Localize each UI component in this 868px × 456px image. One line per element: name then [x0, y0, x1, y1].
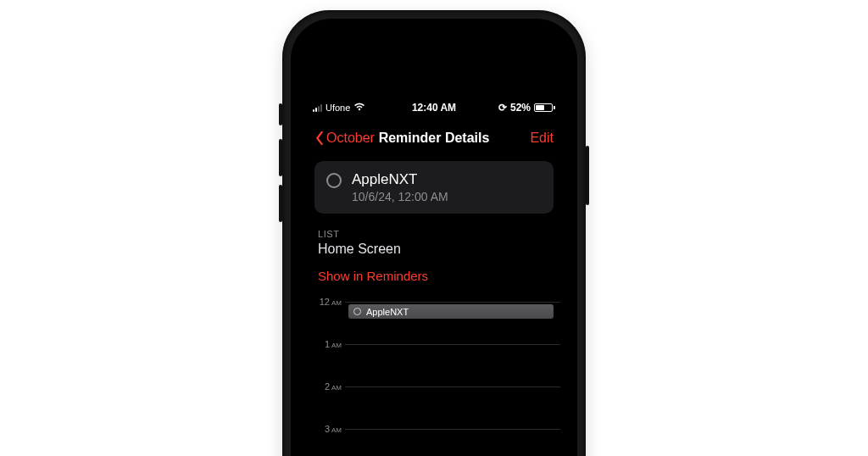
- bezel: Ufone 12:40 AM ⟳ 52%: [291, 19, 577, 456]
- list-value: Home Screen: [318, 242, 550, 257]
- hour-row-1am: 1AM: [308, 344, 560, 386]
- hour-label: 1AM: [308, 339, 342, 349]
- nav-bar: October Reminder Details Edit: [306, 117, 562, 158]
- back-button[interactable]: October: [314, 131, 375, 146]
- mute-switch: [279, 103, 282, 125]
- hour-label: 2AM: [308, 381, 342, 392]
- phone-frame: Ufone 12:40 AM ⟳ 52%: [282, 10, 586, 456]
- battery-icon: [534, 103, 555, 112]
- hour-row-12am: 12AM AppleNXT: [308, 302, 560, 344]
- hour-row-2am: 2AM: [308, 386, 560, 429]
- back-label: October: [326, 131, 375, 146]
- reminder-complete-toggle[interactable]: [326, 173, 342, 188]
- timeline[interactable]: 12AM AppleNXT 1AM 2AM: [308, 302, 560, 456]
- hour-label: 12AM: [308, 297, 342, 307]
- status-time: 12:40 AM: [306, 102, 562, 114]
- screen: Ufone 12:40 AM ⟳ 52%: [306, 95, 562, 456]
- chevron-left-icon: [314, 131, 325, 146]
- event-complete-toggle[interactable]: [353, 308, 361, 315]
- power-button: [586, 146, 589, 205]
- reminder-card[interactable]: AppleNXT 10/6/24, 12:00 AM: [314, 161, 554, 214]
- show-in-reminders-link[interactable]: Show in Reminders: [318, 269, 550, 283]
- reminder-datetime: 10/6/24, 12:00 AM: [352, 190, 448, 203]
- list-heading: LIST: [318, 229, 550, 239]
- list-section: LIST Home Screen: [318, 229, 550, 257]
- hour-label: 3AM: [308, 424, 342, 434]
- timeline-event[interactable]: AppleNXT: [348, 304, 554, 319]
- event-title: AppleNXT: [366, 307, 409, 317]
- volume-up-button: [279, 139, 282, 176]
- volume-down-button: [279, 185, 282, 222]
- reminder-title: AppleNXT: [352, 171, 448, 188]
- edit-button[interactable]: Edit: [530, 131, 554, 146]
- status-bar: Ufone 12:40 AM ⟳ 52%: [306, 95, 562, 117]
- hour-row-3am: 3AM: [308, 429, 560, 456]
